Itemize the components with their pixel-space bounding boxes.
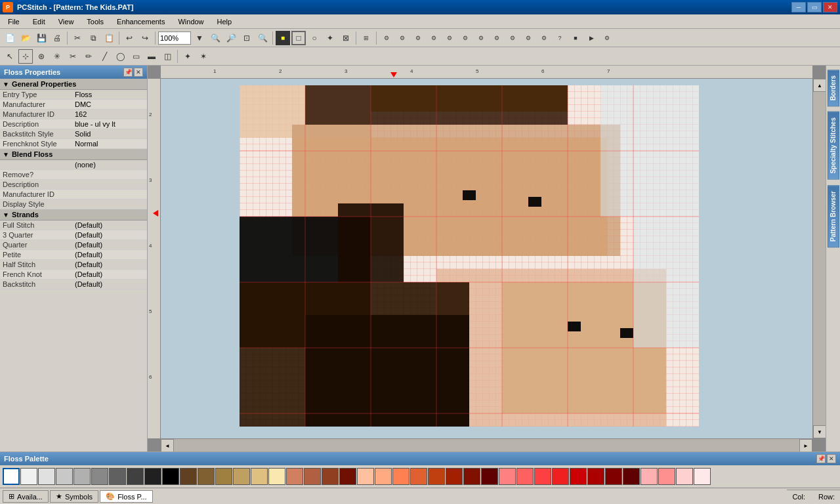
scroll-thumb-vertical[interactable] xyxy=(813,92,826,425)
t12[interactable]: ? xyxy=(553,31,567,45)
select-free-button[interactable]: ✦ xyxy=(323,31,337,45)
select-tool[interactable]: ⊹ xyxy=(18,49,33,64)
swatch-38[interactable] xyxy=(676,468,693,485)
swatch-32[interactable] xyxy=(570,468,587,485)
print-button[interactable]: 🖨 xyxy=(50,31,64,45)
menu-window[interactable]: Window xyxy=(173,16,209,27)
stitch-tool-1[interactable]: ✦ xyxy=(180,49,195,64)
blend-floss-header[interactable]: ▼ Blend Floss xyxy=(0,149,147,160)
swatch-17[interactable] xyxy=(304,468,321,485)
t7[interactable]: ⚙ xyxy=(474,31,488,45)
t14[interactable]: ▶ xyxy=(584,31,598,45)
swatch-2[interactable] xyxy=(38,468,55,485)
lasso-tool[interactable]: ⊛ xyxy=(34,49,49,64)
zoom-in-button[interactable]: 🔎 xyxy=(224,31,238,45)
specialty-stitches-tab[interactable]: Specialty Stitches xyxy=(828,112,839,180)
swatch-31[interactable] xyxy=(552,468,569,485)
palette-close-button[interactable]: ✕ xyxy=(827,454,836,463)
swatch-6[interactable] xyxy=(109,468,126,485)
menu-enhancements[interactable]: Enhancements xyxy=(112,16,170,27)
swatch-39[interactable] xyxy=(694,468,711,485)
swatch-14[interactable] xyxy=(251,468,268,485)
swatch-29[interactable] xyxy=(516,468,534,485)
t4[interactable]: ⚙ xyxy=(427,31,441,45)
swatch-20[interactable] xyxy=(357,468,374,485)
grid-button[interactable]: ⊞ xyxy=(359,31,373,45)
swatch-15[interactable] xyxy=(268,468,285,485)
line-tool[interactable]: ╱ xyxy=(97,49,112,64)
minimize-button[interactable]: ─ xyxy=(791,2,806,12)
fill-tool[interactable]: ▬ xyxy=(144,49,159,64)
pattern-mosaic[interactable] xyxy=(240,85,699,427)
zoom-dropdown[interactable]: ▼ xyxy=(192,31,207,45)
tab-floss-palette[interactable]: 🎨 Floss P... xyxy=(100,490,152,503)
t8[interactable]: ⚙ xyxy=(490,31,504,45)
t10[interactable]: ⚙ xyxy=(521,31,536,45)
t2[interactable]: ⚙ xyxy=(395,31,410,45)
t6[interactable]: ⚙ xyxy=(458,31,472,45)
swatch-25[interactable] xyxy=(446,468,463,485)
swatch-18[interactable] xyxy=(322,468,339,485)
t15[interactable]: ⚙ xyxy=(600,31,614,45)
swatch-21[interactable] xyxy=(375,468,392,485)
swatch-10[interactable] xyxy=(180,468,197,485)
swatch-33[interactable] xyxy=(587,468,604,485)
undo-button[interactable]: ↩ xyxy=(122,31,136,45)
select-rect-button[interactable]: □ xyxy=(291,31,306,45)
eraser-tool[interactable]: ◫ xyxy=(160,49,175,64)
swatch-28[interactable] xyxy=(499,468,516,485)
color-mode-button[interactable]: ■ xyxy=(276,31,290,45)
deselect-button[interactable]: ⊠ xyxy=(339,31,353,45)
general-properties-header[interactable]: ▼ General Properties xyxy=(0,79,147,90)
circle-tool[interactable]: ◯ xyxy=(113,49,127,64)
t1[interactable]: ⚙ xyxy=(379,31,394,45)
scroll-up-button[interactable]: ▲ xyxy=(813,79,826,92)
select-circ-button[interactable]: ○ xyxy=(307,31,322,45)
tab-available[interactable]: ⊞ Availa... xyxy=(3,490,49,503)
swatch-35[interactable] xyxy=(623,468,640,485)
crop-tool[interactable]: ✂ xyxy=(66,49,80,64)
swatch-22[interactable] xyxy=(392,468,410,485)
t13[interactable]: ■ xyxy=(568,31,583,45)
copy-button[interactable]: ⧉ xyxy=(86,31,100,45)
open-button[interactable]: 📂 xyxy=(18,31,33,45)
swatch-9[interactable] xyxy=(162,468,179,485)
scroll-down-button[interactable]: ▼ xyxy=(813,425,826,438)
paste-button[interactable]: 📋 xyxy=(102,31,116,45)
t3[interactable]: ⚙ xyxy=(411,31,425,45)
zoom-input[interactable]: 100% xyxy=(158,32,191,45)
magic-wand-tool[interactable]: ✳ xyxy=(50,49,64,64)
swatch-12[interactable] xyxy=(215,468,232,485)
menu-help[interactable]: Help xyxy=(212,16,238,27)
swatch-0[interactable] xyxy=(3,468,20,485)
scroll-thumb-horizontal[interactable] xyxy=(174,439,799,452)
panel-close-button[interactable]: ✕ xyxy=(134,68,143,77)
strands-header[interactable]: ▼ Strands xyxy=(0,209,147,220)
close-button[interactable]: ✕ xyxy=(823,2,837,12)
swatch-3[interactable] xyxy=(56,468,73,485)
swatch-4[interactable] xyxy=(74,468,91,485)
menu-tools[interactable]: Tools xyxy=(81,16,109,27)
swatch-24[interactable] xyxy=(428,468,445,485)
swatch-8[interactable] xyxy=(144,468,161,485)
restore-button[interactable]: ▭ xyxy=(807,2,822,12)
swatch-11[interactable] xyxy=(198,468,215,485)
panel-pin-button[interactable]: 📌 xyxy=(123,68,133,77)
scroll-left-button[interactable]: ◄ xyxy=(161,439,174,452)
pattern-browser-tab[interactable]: Pattern Browser xyxy=(828,185,839,247)
pencil-tool[interactable]: ✏ xyxy=(81,49,96,64)
tab-symbols[interactable]: ★ Symbols xyxy=(50,490,98,503)
scroll-bottom[interactable]: ◄ ► xyxy=(161,438,812,452)
zoom-select-button[interactable]: 🔍 xyxy=(255,31,270,45)
pointer-tool[interactable]: ↖ xyxy=(3,49,17,64)
borders-tab[interactable]: Borders xyxy=(828,70,839,106)
swatch-30[interactable] xyxy=(534,468,551,485)
swatch-16[interactable] xyxy=(286,468,303,485)
menu-edit[interactable]: Edit xyxy=(28,16,51,27)
swatch-37[interactable] xyxy=(658,468,675,485)
swatch-5[interactable] xyxy=(91,468,108,485)
pattern-canvas[interactable] xyxy=(161,79,812,438)
rect-tool[interactable]: ▭ xyxy=(129,49,143,64)
zoom-fit-button[interactable]: ⊡ xyxy=(240,31,254,45)
redo-button[interactable]: ↪ xyxy=(138,31,152,45)
